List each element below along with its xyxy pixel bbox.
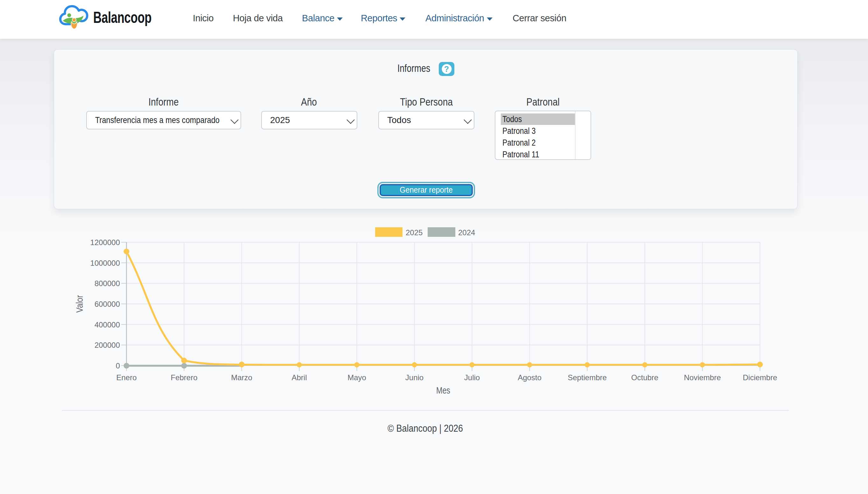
svg-text:Enero: Enero: [116, 373, 137, 382]
svg-text:600000: 600000: [94, 300, 120, 308]
svg-text:Febrero: Febrero: [170, 373, 197, 382]
svg-text:2024: 2024: [458, 228, 475, 237]
svg-text:Julio: Julio: [464, 373, 480, 382]
svg-text:Marzo: Marzo: [231, 373, 252, 382]
svg-text:1000000: 1000000: [90, 259, 120, 267]
svg-text:0: 0: [116, 361, 120, 370]
svg-text:Junio: Junio: [405, 373, 423, 382]
svg-text:Septiembre: Septiembre: [568, 373, 607, 382]
svg-text:400000: 400000: [94, 320, 120, 329]
svg-text:Mayo: Mayo: [347, 373, 366, 382]
svg-text:Mes: Mes: [436, 385, 450, 396]
svg-text:Noviembre: Noviembre: [684, 373, 721, 382]
svg-text:200000: 200000: [94, 341, 120, 349]
svg-text:1200000: 1200000: [90, 238, 120, 247]
svg-text:Agosto: Agosto: [518, 373, 542, 382]
svg-text:2025: 2025: [406, 228, 422, 237]
svg-text:Diciembre: Diciembre: [743, 373, 777, 382]
svg-text:800000: 800000: [94, 279, 120, 288]
svg-text:Octubre: Octubre: [631, 373, 658, 382]
svg-text:Valor: Valor: [74, 295, 85, 312]
svg-text:Abril: Abril: [291, 373, 307, 382]
